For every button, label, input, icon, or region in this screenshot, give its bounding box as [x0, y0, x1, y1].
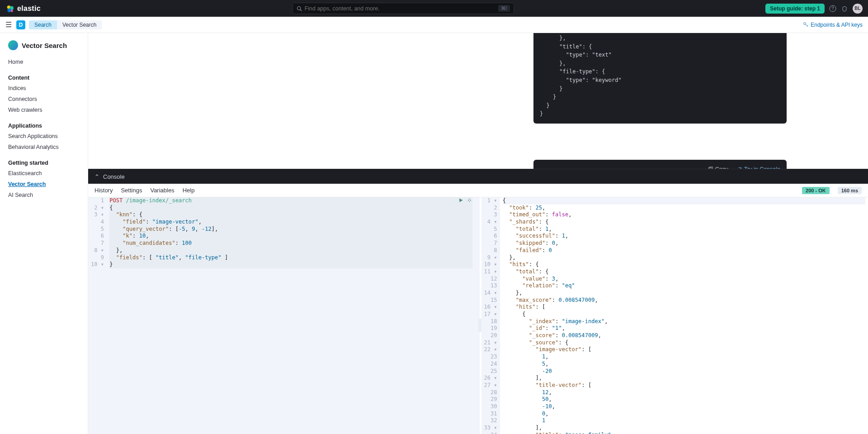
console-editor-split: 12 ▾3 ▾45678 ▾910 ▾ POST /image-index/_s… — [88, 197, 868, 434]
sidebar-header: Vector Search — [8, 40, 80, 50]
console-tabs: History Settings Variables Help 200 - OK… — [88, 184, 868, 197]
svg-line-5 — [300, 10, 302, 11]
sidebar-item-web-crawlers[interactable]: Web crawlers — [8, 105, 80, 115]
tab-history[interactable]: History — [94, 187, 113, 194]
copy-label: Copy — [715, 165, 728, 169]
newsfeed-icon[interactable] — [841, 5, 848, 12]
setup-guide-button[interactable]: Setup guide: step 1 — [765, 4, 825, 14]
svg-point-3 — [11, 10, 13, 12]
breadcrumb: D Search Vector Search — [16, 20, 102, 29]
search-icon — [297, 6, 302, 11]
try-label: Try in Console — [744, 165, 780, 169]
request-actions-button[interactable] — [467, 197, 472, 205]
global-search-input[interactable] — [305, 5, 495, 12]
app-logo-icon — [8, 40, 18, 50]
sidebar-item-search-applications[interactable]: Search Applications — [8, 131, 80, 142]
global-search[interactable]: ⌘/ — [292, 3, 514, 14]
snippet-copy-button[interactable]: Copy — [708, 165, 728, 169]
sidebar-section-applications: Applications — [8, 123, 80, 129]
console-title: Console — [103, 173, 125, 180]
request-code[interactable]: POST /image-index/_search{ "knn": { "fie… — [107, 197, 475, 434]
code-snippet-mapping: }, "title": { "type": "text" }, "file-ty… — [533, 33, 787, 124]
sidebar-item-indices[interactable]: Indices — [8, 83, 80, 94]
sidebar-item-vector-search[interactable]: Vector Search — [8, 179, 80, 190]
status-code-badge: 200 - OK — [802, 187, 830, 194]
run-request-button[interactable] — [458, 197, 464, 205]
nav-toggle-icon[interactable]: ☰ — [5, 20, 12, 29]
tab-help[interactable]: Help — [183, 187, 195, 194]
page-content: }, "title": { "type": "text" }, "file-ty… — [88, 33, 868, 169]
snippet-try-console-button[interactable]: Try in Console — [736, 165, 780, 169]
breadcrumb-vector-search[interactable]: Vector Search — [57, 20, 102, 29]
sidebar-item-elasticsearch[interactable]: Elasticsearch — [8, 168, 80, 179]
request-gutter: 12 ▾3 ▾45678 ▾910 ▾ — [88, 197, 107, 434]
elastic-logo-icon — [5, 4, 14, 13]
sidebar-section-content: Content — [8, 75, 80, 81]
space-badge[interactable]: D — [16, 20, 25, 29]
tab-variables[interactable]: Variables — [150, 187, 174, 194]
sidebar-section-getting-started: Getting started — [8, 160, 80, 166]
response-viewer[interactable]: 1 ▾234 ▾56789 ▾10 ▾11 ▾121314 ▾1516 ▾17 … — [481, 197, 868, 434]
main-area: }, "title": { "type": "text" }, "file-ty… — [88, 33, 868, 434]
user-avatar[interactable]: BL — [853, 4, 863, 14]
search-kbd-hint: ⌘/ — [498, 5, 510, 12]
tab-settings[interactable]: Settings — [121, 187, 142, 194]
console-header[interactable]: ⌃ Console — [88, 169, 868, 184]
popout-icon — [736, 167, 742, 169]
elastic-logo[interactable]: elastic — [5, 4, 41, 13]
request-editor[interactable]: 12 ▾3 ▾45678 ▾910 ▾ POST /image-index/_s… — [88, 197, 480, 434]
response-gutter: 1 ▾234 ▾56789 ▾10 ▾11 ▾121314 ▾1516 ▾17 … — [481, 197, 500, 434]
endpoints-label: Endpoints & API keys — [811, 22, 863, 28]
console-panel: ⌃ Console History Settings Variables Hel… — [88, 169, 868, 434]
endpoints-link[interactable]: Endpoints & API keys — [803, 22, 863, 28]
breadcrumb-search[interactable]: Search — [29, 20, 57, 29]
help-icon[interactable] — [829, 5, 836, 12]
latency-badge: 160 ms — [838, 187, 862, 194]
key-icon — [803, 22, 809, 28]
svg-point-4 — [297, 6, 301, 10]
copy-icon — [708, 167, 713, 169]
svg-point-2 — [7, 8, 11, 12]
code-snippet-bulk: Copy Try in Console POST /image-index/_b… — [533, 160, 787, 169]
svg-rect-8 — [708, 168, 712, 169]
sidebar-item-connectors[interactable]: Connectors — [8, 94, 80, 105]
chevron-up-icon: ⌃ — [94, 173, 99, 180]
sidebar: Vector Search Home Content Indices Conne… — [0, 33, 88, 434]
top-header: elastic ⌘/ Setup guide: step 1 BL — [0, 0, 868, 17]
sidebar-item-ai-search[interactable]: AI Search — [8, 190, 80, 200]
brand-text: elastic — [17, 5, 41, 13]
sidebar-item-behavioral-analytics[interactable]: Behavioral Analytics — [8, 142, 80, 153]
sidebar-title: Vector Search — [22, 42, 67, 49]
response-code: { "took": 25, "timed_out": false, "_shar… — [500, 197, 868, 434]
sidebar-item-home[interactable]: Home — [8, 57, 80, 67]
sub-header: ☰ D Search Vector Search Endpoints & API… — [0, 17, 868, 33]
